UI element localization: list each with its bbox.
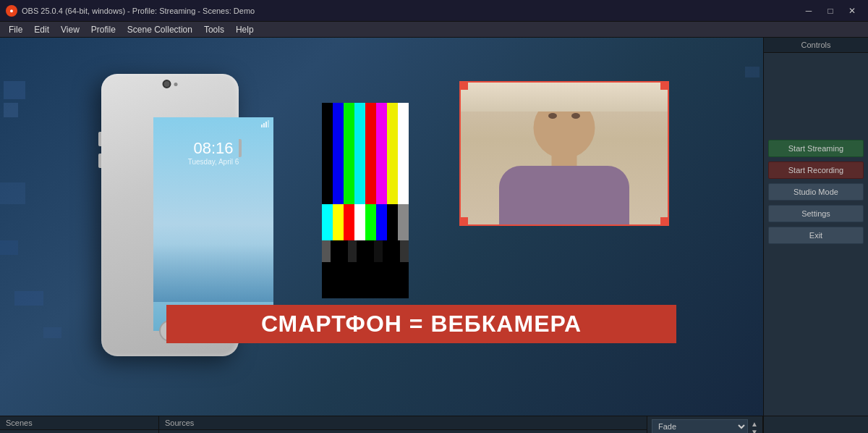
phone-mockup: 08:16 Tuesday, April 6 Swipe up to unloc… [58, 52, 304, 400]
menu-tools[interactable]: Tools [198, 23, 230, 36]
sources-header: Sources [159, 416, 647, 430]
phone-screen: 08:16 Tuesday, April 6 Swipe up to unloc… [153, 117, 273, 331]
menu-view[interactable]: View [55, 23, 85, 36]
title-bar: ● OBS 25.0.4 (64-bit, windows) - Profile… [0, 0, 868, 22]
sources-panel: Sources Desktop Audio -10.5 dB 🔊 ⚙ [159, 416, 647, 433]
minimize-button[interactable]: ─ [799, 3, 819, 19]
window-controls[interactable]: ─ □ ✕ [799, 3, 862, 19]
webcam-handle-tr[interactable] [660, 81, 669, 90]
start-recording-button[interactable]: Start Recording [768, 161, 864, 179]
sources-list: Desktop Audio -10.5 dB 🔊 ⚙ Mic/Aux [159, 430, 647, 433]
menu-help[interactable]: Help [230, 23, 260, 36]
maximize-button[interactable]: □ [820, 3, 841, 19]
controls-header: Controls [764, 38, 868, 53]
banner-text: СМАРТФОН = ВЕБКАМЕРА [261, 311, 582, 337]
webcam-feed [461, 83, 668, 224]
color-bars-black [322, 262, 409, 298]
color-bars-top [322, 103, 409, 204]
scenes-panel: Scenes Scene 9 + − ∧ ∨ [0, 416, 159, 433]
transition-panel: Fade ▲ ▼ + − ⚙ Duration ▲ ▼ [647, 416, 763, 433]
settings-button[interactable]: Settings [768, 205, 864, 222]
studio-mode-button[interactable]: Studio Mode [768, 183, 864, 201]
banner: СМАРТФОН = ВЕБКАМЕРА [166, 305, 676, 343]
phone-date: Tuesday, April 6 [153, 158, 273, 166]
webcam-handle-br[interactable] [660, 217, 669, 226]
scenes-header: Scenes [0, 416, 158, 430]
webcam-handle-tl[interactable] [459, 81, 468, 90]
transition-type-select[interactable]: Fade [652, 419, 748, 433]
transition-type-up[interactable]: ▲ [751, 420, 758, 428]
scenes-list: Scene 9 [0, 430, 158, 433]
bottom-panel: Scenes Scene 9 + − ∧ ∨ Sources Desktop A… [0, 416, 868, 433]
window-title: OBS 25.0.4 (64-bit, windows) - Profile: … [22, 7, 255, 15]
controls-panel: Controls Start Streaming Start Recording… [763, 38, 868, 416]
color-bars [322, 103, 409, 269]
bottom-right-spacer [763, 416, 868, 433]
exit-button[interactable]: Exit [768, 227, 864, 244]
main-area: 08:16 Tuesday, April 6 Swipe up to unloc… [0, 38, 868, 416]
start-streaming-button[interactable]: Start Streaming [768, 140, 864, 157]
close-button[interactable]: ✕ [842, 3, 862, 19]
menu-edit[interactable]: Edit [28, 23, 55, 36]
menu-file[interactable]: File [3, 23, 28, 36]
transition-type-down[interactable]: ▼ [751, 428, 758, 433]
menu-profile[interactable]: Profile [85, 23, 122, 36]
menu-bar: File Edit View Profile Scene Collection … [0, 22, 868, 38]
title-bar-left: ● OBS 25.0.4 (64-bit, windows) - Profile… [6, 5, 255, 17]
phone-time: 08:16 [153, 139, 273, 158]
webcam-handle-bl[interactable] [459, 217, 468, 226]
preview-canvas[interactable]: 08:16 Tuesday, April 6 Swipe up to unloc… [0, 38, 763, 416]
menu-scene-collection[interactable]: Scene Collection [122, 23, 198, 36]
webcam-overlay [459, 81, 669, 226]
obs-icon: ● [6, 5, 17, 17]
